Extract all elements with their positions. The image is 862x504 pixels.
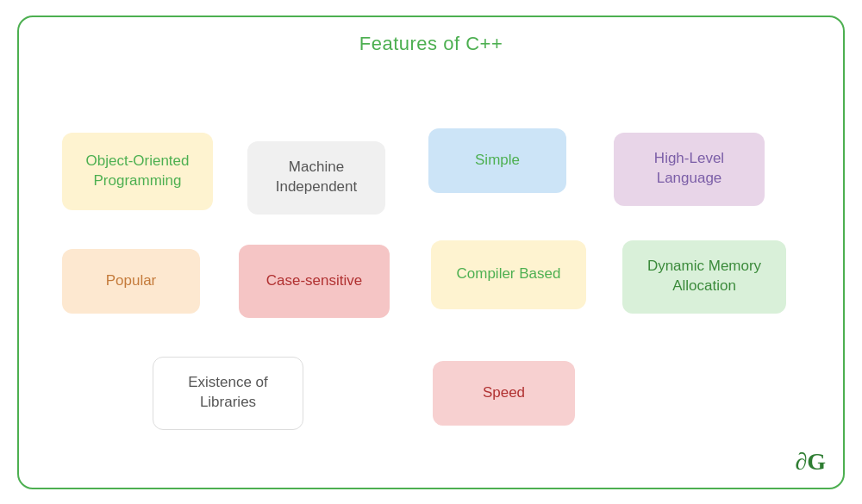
feature-box-libraries: Existence of Libraries: [153, 357, 303, 430]
diagram-area: Object-Oriented ProgrammingMachine Indep…: [19, 64, 843, 460]
logo: ∂G: [795, 448, 826, 476]
feature-label-machine: Machine Independent: [276, 158, 358, 197]
feature-box-speed: Speed: [433, 361, 575, 426]
feature-label-oop: Object-Oriented Programming: [86, 152, 190, 191]
feature-label-popular: Popular: [106, 271, 157, 291]
feature-box-oop: Object-Oriented Programming: [62, 133, 213, 210]
feature-box-machine: Machine Independent: [247, 141, 385, 215]
feature-box-casesensitive: Case-sensitive: [239, 245, 390, 318]
feature-box-popular: Popular: [62, 249, 200, 314]
feature-label-speed: Speed: [483, 383, 525, 403]
main-container: Features of C++ Object-Oriented Programm…: [17, 16, 845, 489]
feature-box-dynamic: Dynamic Memory Allocation: [622, 240, 786, 314]
feature-box-compiler: Compiler Based: [431, 240, 586, 309]
page-title: Features of C++: [19, 17, 843, 64]
feature-label-casesensitive: Case-sensitive: [266, 271, 363, 291]
feature-label-libraries: Existence of Libraries: [188, 373, 268, 413]
feature-box-simple: Simple: [428, 128, 566, 193]
feature-box-highlevel: High-Level Language: [614, 133, 765, 206]
feature-label-dynamic: Dynamic Memory Allocation: [647, 257, 761, 296]
feature-label-simple: Simple: [475, 151, 520, 171]
feature-label-highlevel: High-Level Language: [654, 149, 724, 189]
feature-label-compiler: Compiler Based: [457, 264, 561, 284]
